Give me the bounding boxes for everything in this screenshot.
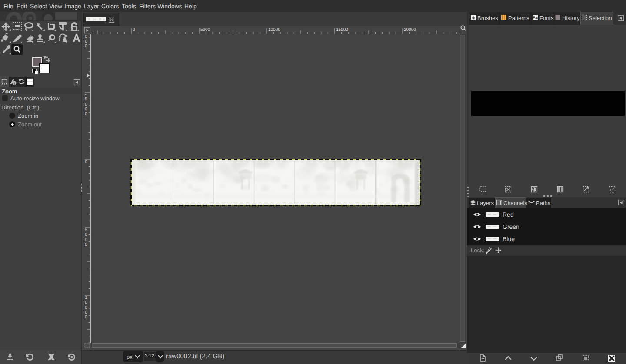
svg-text:5000: 5000 xyxy=(200,27,210,32)
svg-text:0: 0 xyxy=(85,44,87,49)
svg-text:Red: Red xyxy=(503,211,514,218)
svg-text:0: 0 xyxy=(85,34,87,39)
svg-text:15000: 15000 xyxy=(336,27,348,32)
svg-text:20000: 20000 xyxy=(404,27,416,32)
svg-text:5: 5 xyxy=(85,228,87,232)
svg-text:0: 0 xyxy=(85,232,87,237)
svg-text:0: 0 xyxy=(85,315,87,320)
svg-text:1: 1 xyxy=(85,295,87,300)
svg-text:0: 0 xyxy=(85,242,87,247)
svg-text:5: 5 xyxy=(85,97,87,102)
svg-text:0: 0 xyxy=(85,102,87,107)
svg-text:Blue: Blue xyxy=(503,235,515,242)
svg-text:0: 0 xyxy=(133,27,135,32)
svg-text:Green: Green xyxy=(503,223,519,230)
svg-text:10000: 10000 xyxy=(268,27,280,32)
svg-text:-: - xyxy=(85,92,86,97)
svg-text:0: 0 xyxy=(85,39,87,44)
svg-text:0: 0 xyxy=(85,160,87,165)
svg-text:0: 0 xyxy=(85,107,87,112)
svg-text:0: 0 xyxy=(85,305,87,310)
svg-text:0: 0 xyxy=(85,300,87,305)
svg-text:0: 0 xyxy=(85,112,87,116)
svg-text:0: 0 xyxy=(85,238,87,242)
svg-text:0: 0 xyxy=(85,310,87,315)
